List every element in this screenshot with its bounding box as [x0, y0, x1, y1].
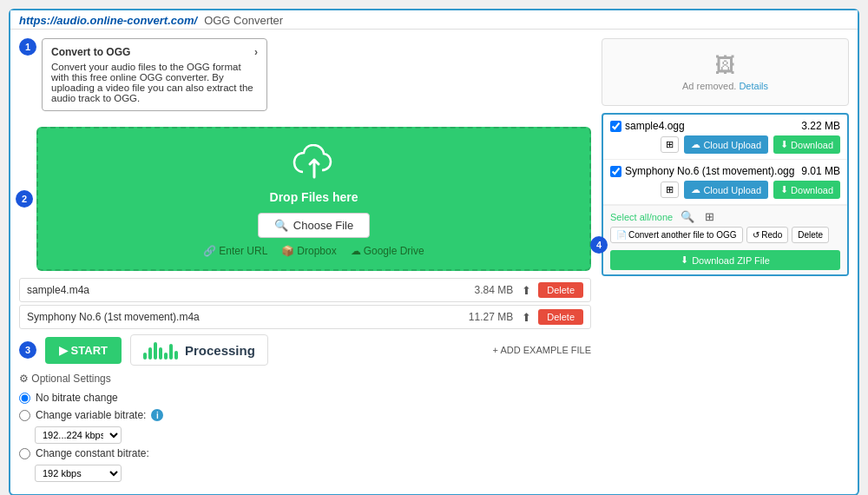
- optional-settings-title: ⚙ Optional Settings: [19, 373, 591, 385]
- ad-details-link[interactable]: Details: [739, 81, 768, 91]
- download-button-1[interactable]: ⬇ Download: [773, 135, 840, 154]
- output-buttons-2: ⊞ ☁ Cloud Upload ⬇ Download: [610, 181, 840, 199]
- ad-placeholder-icon: 🖼: [611, 53, 839, 77]
- choose-file-label: Choose File: [293, 219, 353, 232]
- file-list: sample4.m4a 3.84 MB ⬆ Delete Symphony No…: [19, 278, 591, 329]
- output-file-row-2: Symphony No.6 (1st movement).ogg 9.01 MB…: [603, 160, 847, 205]
- constant-bitrate-row: Change constant bitrate:: [19, 447, 591, 459]
- url-options-row: 🔗 Enter URL 📦 Dropbox ☁ Google Drive: [47, 245, 581, 257]
- ad-removed-text: Ad removed.: [682, 81, 736, 91]
- convert-another-button[interactable]: 📄 Convert another file to OGG: [610, 227, 743, 243]
- output-file-name-1: sample4.ogg 3.22 MB: [610, 120, 840, 132]
- convert-info-arrow: ›: [254, 46, 258, 58]
- constant-bitrate-radio[interactable]: [19, 448, 30, 459]
- download-icon-1: ⬇: [780, 139, 788, 150]
- file-name-1: sample4.m4a: [27, 284, 475, 296]
- variable-bitrate-radio[interactable]: [19, 410, 30, 421]
- badge-3: 3: [19, 341, 36, 359]
- output-size-2: 9.01 MB: [801, 165, 840, 177]
- optional-settings-section: ⚙ Optional Settings No bitrate change Ch…: [19, 373, 591, 482]
- constant-bitrate-label: Change constant bitrate:: [36, 447, 149, 459]
- search-icon-button[interactable]: 🔍: [678, 210, 697, 223]
- upload-cloud-icon: [47, 144, 581, 187]
- output-name-1: sample4.ogg: [625, 120, 685, 132]
- page-title: OGG Converter: [204, 14, 283, 27]
- start-button[interactable]: ▶ START: [45, 337, 122, 364]
- processing-box: Processing: [130, 334, 268, 366]
- processing-label: Processing: [185, 343, 255, 358]
- wave-animation-icon: [143, 340, 178, 360]
- select-all-link[interactable]: Select all/none: [610, 212, 673, 222]
- info-icon: i: [151, 409, 163, 421]
- download-button-2[interactable]: ⬇ Download: [773, 181, 840, 199]
- left-panel: 1 Convert to OGG › Convert your audio fi…: [19, 38, 591, 485]
- enter-url-link[interactable]: 🔗 Enter URL: [203, 245, 267, 257]
- google-drive-icon: ☁: [351, 245, 361, 257]
- dropbox-link[interactable]: 📦 Dropbox: [281, 245, 336, 257]
- action-row: 3 ▶ START Processing + ADD EXAMPLE FILE: [19, 334, 591, 366]
- bitrate-options: No bitrate change Change variable bitrat…: [19, 392, 591, 482]
- redo-button[interactable]: ↺ Redo: [746, 227, 789, 243]
- top-bar: https://audio.online-convert.com/ OGG Co…: [10, 10, 858, 30]
- file-name-2: Symphony No.6 (1st movement).m4a: [27, 311, 469, 323]
- variable-bitrate-select[interactable]: 192...224 kbps: [35, 426, 122, 444]
- cloud-upload-button-2[interactable]: ☁ Cloud Upload: [684, 181, 768, 199]
- output-file-checkbox-2[interactable]: [610, 166, 621, 177]
- upload-box[interactable]: Drop Files here 🔍 Choose File 🔗 Enter UR…: [36, 127, 591, 271]
- ad-box: 🖼 Ad removed. Details: [602, 38, 849, 106]
- cloud-upload-icon-1: ☁: [691, 139, 700, 150]
- zip-download-icon: ⬇: [681, 254, 688, 266]
- file-size-2: 11.27 MB: [469, 311, 513, 323]
- cloud-upload-icon-2: ☁: [691, 184, 700, 195]
- table-row: Symphony No.6 (1st movement).m4a 11.27 M…: [19, 305, 591, 329]
- delete-small-button[interactable]: Delete: [792, 227, 829, 243]
- main-container: https://audio.online-convert.com/ OGG Co…: [9, 9, 859, 495]
- badge-1: 1: [19, 38, 36, 56]
- upload-icon-2: ⬆: [522, 311, 531, 324]
- convert-info-title: Convert to OGG: [51, 46, 130, 58]
- main-content-area: 1 Convert to OGG › Convert your audio fi…: [10, 30, 858, 494]
- file-size-1: 3.84 MB: [475, 284, 514, 296]
- delete-button-2[interactable]: Delete: [538, 309, 583, 325]
- choose-file-button[interactable]: 🔍 Choose File: [258, 213, 370, 238]
- grid-icon-button-1[interactable]: ⊞: [661, 136, 679, 153]
- delete-button-1[interactable]: Delete: [538, 282, 583, 298]
- add-example-file-button[interactable]: + ADD EXAMPLE FILE: [493, 345, 591, 355]
- download-icon-2: ⬇: [780, 184, 788, 195]
- dropbox-icon: 📦: [281, 245, 294, 257]
- variable-bitrate-row: Change variable bitrate: i: [19, 409, 591, 421]
- link-icon: 🔗: [203, 245, 216, 257]
- badge-2: 2: [16, 190, 33, 208]
- output-footer: Select all/none 🔍 ⊞ 📄 Convert another fi…: [603, 205, 847, 274]
- output-file-name-2: Symphony No.6 (1st movement).ogg 9.01 MB: [610, 165, 840, 177]
- no-bitrate-label: No bitrate change: [36, 392, 118, 404]
- convert-info-box: Convert to OGG › Convert your audio file…: [42, 38, 267, 111]
- variable-bitrate-label: Change variable bitrate:: [36, 409, 146, 421]
- output-buttons-1: ⊞ ☁ Cloud Upload ⬇ Download: [610, 135, 840, 154]
- search-icon: 🔍: [274, 219, 288, 232]
- convert-info-description: Convert your audio files to the OGG form…: [51, 62, 258, 103]
- no-bitrate-radio[interactable]: [19, 393, 30, 404]
- file-icon: 📄: [616, 230, 627, 240]
- output-size-1: 3.22 MB: [801, 120, 840, 132]
- drop-files-text: Drop Files here: [47, 190, 581, 204]
- footer-left: Select all/none 🔍 ⊞: [610, 210, 717, 223]
- redo-icon: ↺: [753, 230, 760, 240]
- download-zip-button[interactable]: ⬇ Download ZIP File: [610, 250, 840, 270]
- cloud-upload-button-1[interactable]: ☁ Cloud Upload: [684, 135, 768, 154]
- grid-icon-button-2[interactable]: ⊞: [661, 182, 679, 198]
- url-display: https://audio.online-convert.com/: [19, 14, 197, 27]
- output-file-row-1: sample4.ogg 3.22 MB ⊞ ☁ Cloud Upload ⬇ D…: [603, 115, 847, 160]
- output-file-checkbox-1[interactable]: [610, 121, 621, 132]
- gear-icon: ⚙: [19, 373, 29, 385]
- output-name-2: Symphony No.6 (1st movement).ogg: [625, 165, 794, 177]
- upload-icon-1: ⬆: [522, 284, 531, 297]
- constant-bitrate-select[interactable]: 192 kbps: [35, 465, 122, 482]
- right-panel: 🖼 Ad removed. Details sample4.ogg 3.22 M…: [602, 38, 849, 485]
- table-row: sample4.m4a 3.84 MB ⬆ Delete: [19, 278, 591, 302]
- google-drive-link[interactable]: ☁ Google Drive: [351, 245, 424, 257]
- output-panel: sample4.ogg 3.22 MB ⊞ ☁ Cloud Upload ⬇ D…: [602, 113, 849, 276]
- footer-right: 📄 Convert another file to OGG ↺ Redo Del…: [610, 227, 829, 243]
- no-bitrate-row: No bitrate change: [19, 392, 591, 404]
- grid-view-button[interactable]: ⊞: [702, 210, 717, 223]
